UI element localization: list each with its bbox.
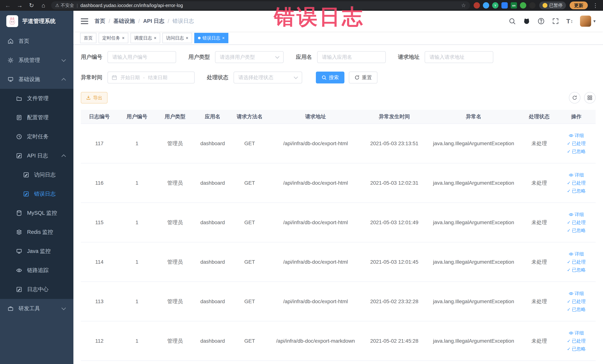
sidebar-item-api-log[interactable]: API 日志 (0, 146, 73, 165)
bookmark-star-icon[interactable]: ☆ (461, 2, 466, 9)
app-name-input[interactable] (317, 51, 386, 63)
cell-method: GET (231, 163, 268, 203)
user-type-select[interactable]: 请选择用户类型 (215, 51, 284, 63)
search-icon[interactable] (509, 17, 516, 25)
help-icon[interactable] (537, 17, 545, 25)
breadcrumb: 首页 / 基础设施 / API 日志 / 错误日志 (94, 17, 194, 25)
fullscreen-icon[interactable] (552, 17, 559, 25)
close-icon[interactable]: × (154, 36, 156, 40)
browser-forward-icon[interactable]: → (16, 2, 24, 9)
detail-link[interactable]: 详细 (569, 251, 584, 257)
mark-ignored-link[interactable]: ✓ 已忽略 (567, 188, 586, 194)
browser-back-icon[interactable]: ← (4, 2, 12, 9)
sidebar-item-dev-tools[interactable]: 研发工具 (0, 299, 73, 318)
sidebar-item-access-log[interactable]: 访问日志 (0, 165, 73, 184)
user-menu[interactable]: ▾ (580, 16, 596, 27)
browser-reload-icon[interactable]: ↻ (27, 2, 35, 9)
mark-processed-link[interactable]: ✓ 已处理 (567, 180, 586, 186)
page-url[interactable]: dashboard.yudao.iocoder.cn/infra/log/api… (81, 3, 183, 8)
browser-update-button[interactable]: 更新 (570, 1, 588, 9)
sidebar-item-scheduled-jobs[interactable]: 定时任务 (0, 127, 73, 146)
security-label: 不安全 (61, 2, 74, 8)
check-icon: ✓ (567, 346, 570, 352)
mark-processed-link[interactable]: ✓ 已处理 (567, 298, 586, 305)
mark-ignored-link[interactable]: ✓ 已忽略 (567, 227, 586, 234)
sidebar-item-infrastructure[interactable]: 基础设施 (0, 70, 73, 89)
mark-ignored-link[interactable]: ✓ 已忽略 (567, 346, 586, 352)
date-range-picker[interactable]: 开始日期 - 结束日期 (107, 71, 195, 83)
sidebar-item-label: 配置管理 (27, 114, 48, 121)
mark-ignored-link[interactable]: ✓ 已忽略 (567, 306, 586, 312)
refresh-table-button[interactable] (569, 92, 580, 104)
sidebar-item-file-mgmt[interactable]: 文件管理 (0, 89, 73, 108)
mark-processed-link[interactable]: ✓ 已处理 (567, 219, 586, 225)
cell-exception: java.lang.IllegalArgumentException (426, 203, 522, 242)
close-icon[interactable]: × (222, 36, 225, 40)
detail-link[interactable]: 详细 (569, 172, 584, 178)
sidebar-item-home[interactable]: 首页 (0, 32, 73, 51)
tab-scheduled-jobs[interactable]: 定时任务 × (99, 33, 128, 43)
process-status-select[interactable]: 请选择处理状态 (233, 71, 302, 83)
sidebar-menu: 首页 系统管理 基础设施 文件管理 (0, 32, 73, 364)
extension-icon-paw[interactable] (529, 2, 535, 9)
sidebar-toggle-icon[interactable] (81, 18, 88, 24)
extension-icon-blue-drop[interactable] (483, 2, 489, 9)
sidebar-item-error-log[interactable]: 错误日志 (0, 184, 73, 203)
extension-icon-green-y[interactable]: Y (492, 2, 499, 9)
request-url-input[interactable] (425, 51, 493, 63)
eye-icon (569, 133, 574, 138)
sidebar-item-log-center[interactable]: 日志中心 (0, 280, 73, 299)
mark-ignored-link[interactable]: ✓ 已忽略 (567, 267, 586, 273)
extension-icon-grid[interactable] (501, 2, 508, 9)
cell-url: /api/infra/db-doc/export-markdown (268, 321, 363, 361)
cell-log-id: 113 (81, 282, 118, 321)
tab-error-log[interactable]: 错误日志 × (194, 33, 228, 43)
export-button[interactable]: 导出 (81, 92, 107, 104)
close-icon[interactable]: × (122, 36, 125, 40)
column-settings-button[interactable] (584, 92, 596, 104)
breadcrumb-home[interactable]: 首页 (94, 17, 105, 25)
mark-processed-link[interactable]: ✓ 已处理 (567, 338, 586, 344)
sidebar-item-system-mgmt[interactable]: 系统管理 (0, 51, 73, 70)
sidebar-item-mysql-monitor[interactable]: MySQL 监控 (0, 203, 73, 223)
detail-link[interactable]: 详细 (569, 330, 584, 336)
detail-link[interactable]: 详细 (569, 132, 584, 139)
sidebar-item-config-mgmt[interactable]: 配置管理 (0, 108, 73, 127)
text-size-icon[interactable]: T↕ (566, 18, 573, 25)
extension-icon-on[interactable]: on (511, 2, 517, 9)
cell-app-name: dashboard (194, 163, 231, 203)
sidebar-item-redis-monitor[interactable]: Redis 监控 (0, 223, 73, 242)
cell-exception: java.lang.IllegalArgumentException (426, 163, 522, 203)
tab-access-log[interactable]: 访问日志 × (162, 33, 192, 43)
mark-processed-link[interactable]: ✓ 已处理 (567, 259, 586, 265)
user-id-input[interactable] (107, 51, 176, 63)
cell-log-id: 112 (81, 321, 118, 361)
sidebar-item-tracing[interactable]: 链路追踪 (0, 261, 73, 280)
github-icon[interactable] (523, 17, 530, 25)
reset-button[interactable]: 重置 (349, 71, 377, 83)
close-icon[interactable]: × (186, 36, 188, 40)
mark-ignored-link[interactable]: ✓ 已忽略 (567, 148, 586, 154)
logo-row[interactable]: 芋道管理系统 (0, 11, 73, 32)
browser-home-icon[interactable]: ⌂ (39, 2, 47, 9)
cell-method: GET (231, 321, 268, 361)
extension-icon-red[interactable] (474, 2, 480, 9)
tab-schedule-log[interactable]: 调度日志 × (130, 33, 160, 43)
grid-icon (587, 95, 592, 100)
browser-menu-icon[interactable]: ⋮ (591, 2, 599, 9)
search-button[interactable]: 搜索 (316, 71, 344, 83)
tab-home[interactable]: 首页 (80, 33, 96, 43)
mark-processed-link[interactable]: ✓ 已处理 (567, 140, 586, 146)
extension-icon-plant[interactable] (520, 2, 526, 9)
paused-button[interactable]: 已暂停 (539, 1, 566, 9)
breadcrumb-api-log[interactable]: API 日志 (143, 17, 164, 25)
address-bar[interactable]: ⚠ 不安全 | dashboard.yudao.iocoder.cn/infra… (51, 1, 470, 10)
col-user-type: 用户类型 (156, 110, 194, 124)
breadcrumb-infrastructure[interactable]: 基础设施 (114, 17, 135, 25)
cell-exception: java.lang.IllegalArgumentException (426, 242, 522, 282)
sidebar-item-java-monitor[interactable]: Java 监控 (0, 242, 73, 261)
detail-link[interactable]: 详细 (569, 290, 584, 296)
detail-link[interactable]: 详细 (569, 211, 584, 218)
security-warning[interactable]: ⚠ 不安全 (55, 2, 74, 8)
check-icon: ✓ (567, 188, 570, 194)
